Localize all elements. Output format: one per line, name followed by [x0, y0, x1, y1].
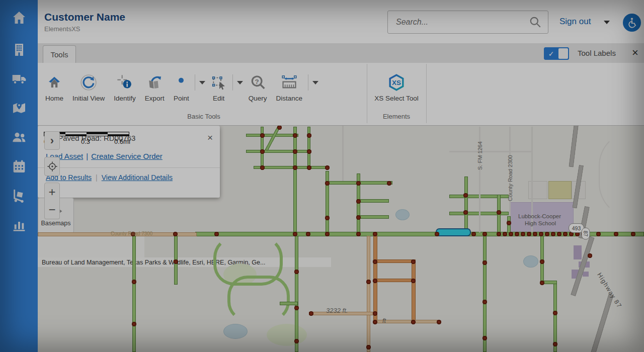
map-asset-dot [260, 133, 265, 138]
map-road [599, 131, 644, 218]
map-pin-icon [11, 100, 27, 116]
map-asset-dot [373, 232, 377, 236]
map-asset-dot [539, 232, 543, 236]
panel-expand-button[interactable]: › [44, 131, 60, 150]
close-icon[interactable]: × [632, 46, 638, 59]
sidebar-item-reports[interactable] [0, 210, 38, 239]
bar-chart-icon [11, 217, 27, 233]
sidebar-item-home[interactable] [0, 0, 38, 35]
map-asset-dot [507, 221, 511, 225]
map-viewport[interactable]: › + − ☆ Paved Road: RD00763 × Load Asset… [38, 126, 644, 352]
map-road [357, 199, 389, 203]
map-road [449, 151, 533, 152]
zoom-out-button[interactable]: − [44, 201, 60, 219]
map-road [295, 236, 298, 352]
map-road [412, 259, 416, 323]
edit-tool-button[interactable]: Edit [206, 72, 231, 102]
home-tool-icon [47, 75, 62, 90]
initial-view-tool-button[interactable]: Initial View [68, 72, 109, 102]
search-icon[interactable] [529, 16, 542, 29]
map-asset-dot [173, 232, 178, 236]
map-road [293, 127, 297, 232]
edit-dropdown[interactable] [232, 72, 243, 93]
sidebar-item-facilities[interactable] [0, 35, 38, 64]
map-road [326, 171, 329, 232]
map-area [583, 272, 589, 277]
sidebar-item-inventory[interactable] [0, 181, 38, 210]
map-asset-dot [411, 320, 416, 324]
map-asset-dot [482, 260, 487, 265]
selected-road-segment[interactable] [436, 228, 471, 236]
map-label: County Road 2300 [507, 155, 513, 201]
svg-text:XS: XS [392, 79, 401, 86]
map-asset-dot [563, 232, 568, 236]
map-asset-dot [471, 232, 476, 236]
basemaps-label: Basemaps [41, 220, 70, 227]
map-asset-dot [366, 345, 371, 349]
home-tool-button[interactable]: Home [41, 72, 68, 102]
map-area [574, 245, 582, 259]
truck-icon [11, 71, 27, 87]
map-area [523, 255, 538, 268]
map-asset-dot [356, 199, 361, 204]
map-asset-dot [132, 322, 136, 326]
app-subtitle: ElementsXS [44, 25, 80, 33]
map-asset-dot [557, 232, 561, 236]
map-asset-dot [294, 339, 299, 343]
map-road [373, 279, 414, 282]
svg-text:?: ? [255, 78, 259, 85]
map-asset-dot [411, 259, 416, 264]
map-asset-dot [174, 259, 178, 264]
point-dropdown[interactable] [195, 72, 205, 93]
zoom-in-button[interactable]: + [44, 183, 60, 201]
scale-segment [87, 134, 108, 136]
xs-logo-icon: XS [387, 73, 406, 92]
sidebar-item-users[interactable] [0, 123, 38, 152]
accessibility-button[interactable] [623, 14, 641, 32]
map-asset-dot [497, 232, 501, 236]
create-service-order-link[interactable]: Create Service Order [91, 152, 163, 160]
identify-tool-button[interactable]: Identify [109, 72, 140, 102]
wheelchair-icon [626, 17, 638, 29]
map-asset-dot [509, 232, 513, 236]
map-asset-dot [463, 193, 468, 198]
feature-popup: ☆ Paved Road: RD00763 × Load Asset|Creat… [38, 126, 220, 198]
identify-icon [117, 74, 133, 91]
tab-tools[interactable]: Tools [43, 45, 76, 63]
map-asset-dot [387, 181, 391, 186]
view-additional-details-link[interactable]: View Additional Details [102, 173, 173, 182]
sign-out-link[interactable]: Sign out [559, 17, 591, 27]
map-asset-dot [437, 320, 441, 324]
xs-select-tool-button[interactable]: XS XS Select Tool [370, 72, 423, 102]
map-asset-dot [503, 232, 507, 236]
map-asset-dot [307, 165, 311, 170]
scale-label-max: 0.6mi [114, 138, 130, 145]
map-asset-dot [293, 149, 297, 154]
scale-label-mid: 0.3 [81, 138, 90, 145]
link-separator: | [96, 173, 98, 182]
map-asset-dot [551, 232, 555, 236]
distance-dropdown[interactable] [308, 72, 318, 93]
sidebar-item-map[interactable] [0, 94, 38, 123]
query-tool-button[interactable]: ? Query [244, 72, 272, 102]
tool-labels-toggle[interactable]: ✓ [544, 47, 569, 60]
point-tool-button[interactable]: Point [169, 72, 194, 102]
map-asset-dot [545, 232, 549, 236]
map-label: ft [382, 317, 386, 324]
map-asset-dot [540, 281, 544, 285]
map-asset-dot [435, 232, 439, 236]
popup-close-icon[interactable]: × [207, 132, 213, 143]
sidebar-item-fleet[interactable] [0, 64, 38, 94]
map-road [227, 276, 290, 322]
sidebar-item-schedule[interactable] [0, 152, 38, 181]
hand-truck-icon [11, 188, 27, 204]
sign-out-caret-icon[interactable] [604, 21, 610, 24]
customer-name: Customer Name [44, 11, 125, 23]
distance-tool-button[interactable]: Distance [271, 72, 307, 102]
locate-button[interactable] [44, 157, 60, 176]
map-asset-dot [277, 126, 282, 130]
export-tool-button[interactable]: Export [140, 72, 169, 102]
search-input[interactable] [388, 18, 529, 27]
route-shield: 87 [582, 228, 590, 240]
map-attribution: Bureau of Land Management, Texas Parks &… [38, 257, 331, 267]
